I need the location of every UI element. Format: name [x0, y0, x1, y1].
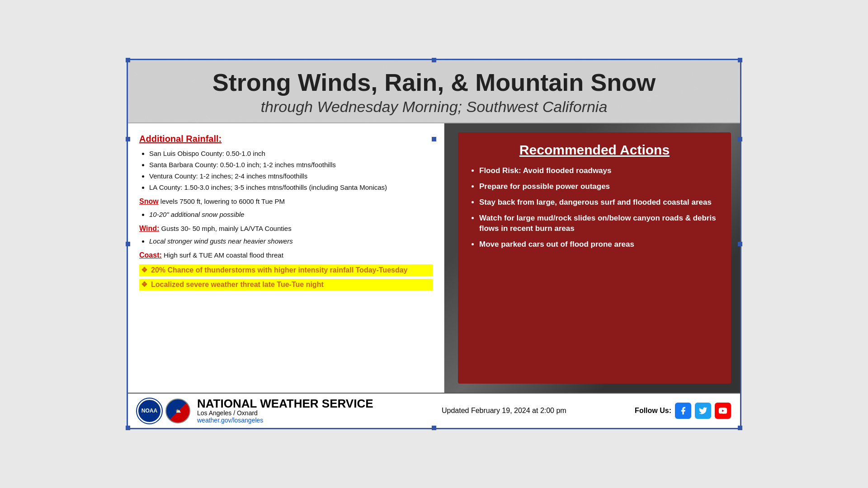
facebook-icon[interactable]: [675, 403, 691, 419]
highlight-text-1: 20% Chance of thunderstorms with higher …: [151, 265, 408, 275]
handle-bottom-left[interactable]: [126, 426, 130, 430]
handle-mid-left[interactable]: [126, 242, 130, 246]
handle-top-right[interactable]: [738, 58, 742, 62]
handle-left-mid2[interactable]: [126, 137, 130, 141]
noaa-logos: NOAA ⛅: [137, 399, 190, 423]
nws-label: ⛅: [175, 408, 181, 413]
footer-updated: Updated February 19, 2024 at 2:00 pm: [380, 407, 628, 415]
handle-bottom-mid[interactable]: [432, 426, 436, 430]
handle-right-mid2[interactable]: [738, 137, 742, 141]
handle-mid-right[interactable]: [738, 242, 742, 246]
org-name: NATIONAL WEATHER SERVICE: [197, 398, 373, 409]
coast-line: Coast: High surf & TUE AM coastal flood …: [139, 250, 433, 260]
highlight-1: ❖ 20% Chance of thunderstorms with highe…: [139, 264, 433, 276]
wind-text: Gusts 30- 50 mph, mainly LA/VTA Counties: [161, 225, 291, 232]
header-section: Strong Winds, Rain, & Mountain Snow thro…: [128, 60, 740, 123]
recommended-title: Recommended Actions: [469, 142, 720, 158]
highlight-2: ❖ Localized severe weather threat late T…: [139, 279, 433, 291]
snow-text: levels 7500 ft, lowering to 6000 ft Tue …: [160, 197, 285, 205]
youtube-icon[interactable]: [715, 403, 731, 419]
diamond-icon-2: ❖: [141, 280, 147, 290]
body-section: Additional Rainfall: San Luis Obispo Cou…: [128, 123, 740, 393]
twitter-icon[interactable]: [695, 403, 711, 419]
main-title: Strong Winds, Rain, & Mountain Snow: [132, 69, 736, 96]
left-panel: Additional Rainfall: San Luis Obispo Cou…: [128, 123, 444, 393]
highlight-text-2: Localized severe weather threat late Tue…: [151, 280, 324, 290]
diamond-icon-1: ❖: [141, 265, 147, 275]
rec-item-3: Stay back from large, dangerous surf and…: [479, 197, 720, 208]
rainfall-item-3: Ventura County: 1-2 inches; 2-4 inches m…: [149, 171, 433, 181]
recommended-list: Flood Risk: Avoid flooded roadways Prepa…: [469, 166, 720, 250]
handle-top-left[interactable]: [126, 58, 130, 62]
slide-container: Strong Winds, Rain, & Mountain Snow thro…: [127, 59, 741, 429]
rainfall-list: San Luis Obispo County: 0.50-1.0 inch Sa…: [139, 149, 433, 192]
wind-bullet: Local stronger wind gusts near heavier s…: [149, 236, 433, 246]
follow-label: Follow Us:: [635, 407, 671, 415]
nws-logo: ⛅: [165, 399, 190, 423]
handle-top-mid[interactable]: [432, 58, 436, 62]
footer-social: Follow Us:: [635, 403, 731, 419]
recommended-box: Recommended Actions Flood Risk: Avoid fl…: [458, 132, 731, 384]
rec-item-2: Prepare for possible power outages: [479, 182, 720, 192]
coast-text: High surf & TUE AM coastal flood threat: [164, 251, 283, 259]
page-background: Strong Winds, Rain, & Mountain Snow thro…: [0, 0, 868, 488]
noaa-label: NOAA: [142, 408, 157, 414]
rec-item-1: Flood Risk: Avoid flooded roadways: [479, 166, 720, 176]
snow-bullet: 10-20" additional snow possible: [149, 210, 433, 219]
right-panel: Recommended Actions Flood Risk: Avoid fl…: [444, 123, 740, 393]
wind-bullet-list: Local stronger wind gusts near heavier s…: [139, 236, 433, 246]
snow-bullet-list: 10-20" additional snow possible: [139, 210, 433, 219]
org-url: weather.gov/losangeles: [197, 417, 373, 424]
handle-bottom-right[interactable]: [738, 426, 742, 430]
rec-item-4: Watch for large mud/rock slides on/below…: [479, 213, 720, 234]
noaa-logo: NOAA: [137, 399, 162, 423]
rainfall-title: Additional Rainfall:: [139, 132, 433, 145]
rainfall-item-1: San Luis Obispo County: 0.50-1.0 inch: [149, 149, 433, 158]
nws-text-block: NATIONAL WEATHER SERVICE Los Angeles / O…: [197, 398, 373, 424]
snow-line: Snow levels 7500 ft, lowering to 6000 ft…: [139, 197, 433, 206]
rec-item-5: Move parked cars out of flood prone area…: [479, 239, 720, 250]
sub-title: through Wednesday Morning; Southwest Cal…: [132, 98, 736, 116]
wind-line: Wind: Gusts 30- 50 mph, mainly LA/VTA Co…: [139, 224, 433, 234]
wind-label: Wind:: [139, 225, 159, 232]
snow-label: Snow: [139, 197, 159, 205]
rainfall-item-2: Santa Barbara County: 0.50-1.0 inch; 1-2…: [149, 160, 433, 169]
rainfall-item-4: LA County: 1.50-3.0 inches; 3-5 inches m…: [149, 183, 433, 192]
coast-label: Coast:: [139, 251, 162, 259]
org-sub: Los Angeles / Oxnard: [197, 409, 373, 417]
footer-section: NOAA ⛅ NATIONAL WEATHER SERVICE Los Ange…: [128, 393, 740, 428]
handle-mid-top[interactable]: [432, 137, 436, 141]
